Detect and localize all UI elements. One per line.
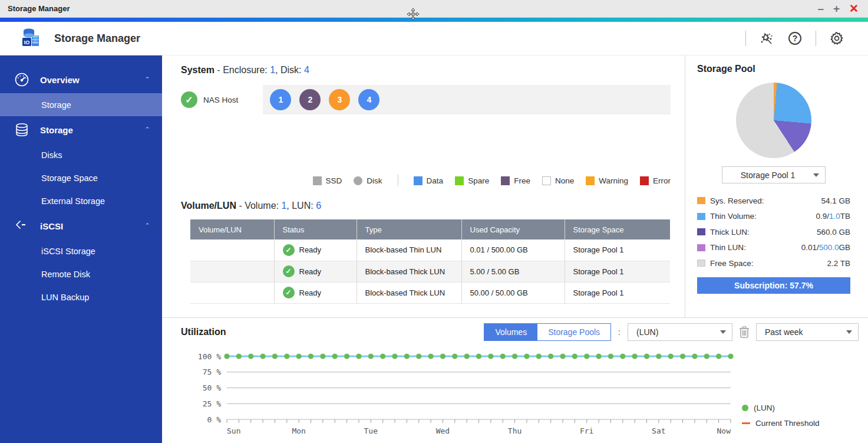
trash-icon[interactable]	[738, 325, 750, 339]
legend-item-free: Free	[501, 176, 530, 185]
subscription-badge[interactable]: Subscription: 57.7%	[697, 277, 850, 294]
header-icon-group: ?	[745, 31, 868, 46]
storage-pool-panel: Storage Pool Storage Pool 1 Sys. Reserve…	[685, 55, 868, 317]
legend-item-ssd: SSD	[313, 176, 342, 185]
volume-lun-table: Volume/LUNStatusTypeUsed CapacityStorage…	[190, 219, 670, 304]
value-part: 54.1 GB	[821, 196, 850, 205]
x-axis-label: Fri	[580, 426, 593, 435]
value-part: 500.0	[819, 243, 839, 252]
sidebar-section-label: Storage	[40, 125, 73, 135]
cell-volume-lun	[190, 282, 274, 303]
spare-swatch	[455, 176, 464, 185]
maximize-button[interactable]: +	[833, 3, 840, 14]
pool-legend-label: Thick LUN:	[710, 228, 750, 237]
column-header: Storage Space	[565, 219, 670, 239]
data-point	[548, 353, 553, 359]
help-icon[interactable]: ?	[787, 31, 803, 46]
data-point	[296, 353, 302, 359]
data-point	[572, 353, 577, 359]
disk-count: 4	[304, 65, 309, 75]
chevron-up-icon[interactable]: ⌃	[144, 76, 150, 84]
legend-label: None	[555, 176, 574, 185]
value-part: TB	[840, 212, 850, 221]
period-select-value: Past week	[765, 327, 846, 337]
help-glyph: ?	[788, 32, 801, 45]
status-ready: ✓Ready	[283, 244, 357, 256]
cell-status: ✓Ready	[274, 239, 357, 261]
sidebar-item-iscsi-storage[interactable]: iSCSI Storage	[0, 239, 162, 262]
utilization-title: Utilization	[181, 327, 226, 337]
pool-swatch	[697, 260, 705, 267]
toggle-volumes-button[interactable]: Volumes	[484, 324, 537, 340]
nas-host-status-icon: ✓	[181, 91, 197, 108]
disk-slot-2[interactable]: 2	[299, 89, 321, 110]
toggle-storage-pools-button[interactable]: Storage Pools	[537, 324, 610, 340]
sidebar-section-storage[interactable]: Storage⌃	[0, 116, 162, 143]
period-select[interactable]: Past week	[756, 323, 859, 341]
x-axis-label: Now	[717, 426, 731, 435]
data-point	[416, 353, 421, 359]
utilization-line-chart: 100 %75 %50 %25 %0 %SunMonTueWedThuFriSa…	[181, 346, 735, 441]
data-point	[512, 353, 517, 359]
sidebar-item-label: External Storage	[41, 196, 105, 206]
sidebar-item-label: Remote Disk	[41, 270, 90, 279]
data-point	[656, 353, 661, 359]
disk-slot-3[interactable]: 3	[329, 89, 350, 110]
legend-item-none: None	[542, 176, 574, 185]
table-header-row: Volume/LUNStatusTypeUsed CapacityStorage…	[190, 219, 670, 239]
pool-legend-value: 54.1 GB	[821, 196, 850, 205]
data-point	[332, 353, 338, 359]
data-point	[272, 353, 278, 359]
storage-pool-legend: Sys. Reserved:54.1 GBThin Volume:0.9/1.0…	[697, 193, 850, 271]
lun-select[interactable]: (LUN)	[628, 323, 732, 341]
accent-gradient-bar	[0, 18, 868, 22]
sidebar-item-label: Storage	[41, 100, 71, 110]
cell-used-capacity: 50.00 / 50.00 GB	[461, 282, 565, 303]
table-row[interactable]: ✓ReadyBlock-based Thick LUN50.00 / 50.00…	[190, 282, 670, 303]
cell-type: Block-based Thick LUN	[357, 261, 461, 282]
sidebar-section-overview[interactable]: Overview⌃	[0, 66, 162, 93]
ssd-swatch	[313, 176, 322, 185]
legend-label: Disk	[367, 176, 382, 185]
titlebar[interactable]: Storage Manager – + ✕	[0, 0, 868, 18]
table-row[interactable]: ✓ReadyBlock-based Thin LUN0.01 / 500.00 …	[190, 239, 670, 261]
table-row[interactable]: ✓ReadyBlock-based Thick LUN5.00 / 5.00 G…	[190, 261, 670, 282]
data-point	[608, 353, 613, 359]
pool-legend-row-thin-volume: Thin Volume:0.9/1.0TB	[697, 209, 850, 225]
data-point	[560, 353, 565, 359]
sidebar-item-label: LUN Backup	[41, 293, 89, 302]
sidebar-item-external-storage[interactable]: External Storage	[0, 189, 162, 212]
disk-slot-1[interactable]: 1	[270, 89, 291, 110]
data-point	[692, 353, 697, 359]
wizard-icon[interactable]	[759, 31, 774, 46]
disk-slot-4[interactable]: 4	[358, 89, 379, 110]
close-button[interactable]: ✕	[849, 3, 859, 14]
sidebar-item-storage-space[interactable]: Storage Space	[0, 166, 162, 189]
chevron-up-icon[interactable]: ⌃	[144, 126, 150, 134]
data-point	[536, 353, 542, 359]
app-title: Storage Manager	[54, 32, 140, 45]
settings-gear-icon[interactable]	[829, 31, 844, 46]
data-point	[320, 353, 325, 359]
cell-status: ✓Ready	[274, 261, 357, 282]
minimize-button[interactable]: –	[817, 3, 824, 14]
pool-legend-value: 0.9/1.0TB	[816, 212, 850, 221]
sidebar-item-disks[interactable]: Disks	[0, 143, 162, 166]
legend-label: Free	[514, 176, 530, 185]
window-title: Storage Manager	[0, 4, 70, 13]
sidebar-section-iscsi[interactable]: iSCSI⌃	[0, 212, 162, 239]
sidebar-item-remote-disk[interactable]: Remote Disk	[0, 262, 162, 286]
chevron-up-icon[interactable]: ⌃	[144, 222, 150, 230]
sidebar-item-lun-backup[interactable]: LUN Backup	[0, 286, 162, 309]
data-point	[596, 353, 601, 359]
data-point	[632, 353, 638, 359]
pool-swatch	[697, 197, 705, 204]
sidebar-item-storage[interactable]: Storage	[0, 93, 162, 116]
column-header: Volume/LUN	[190, 219, 274, 239]
storage-pool-select[interactable]: Storage Pool 1	[722, 166, 826, 183]
pool-legend-row-free-space: Free Space:2.2 TB	[697, 255, 850, 271]
cell-volume-lun	[190, 239, 274, 261]
legend-item-data: Data	[414, 176, 444, 185]
content-area: System - Enclosure: 1, Disk: 4 ✓ NAS Hos…	[162, 55, 868, 443]
pool-legend-label: Thin LUN:	[710, 243, 746, 252]
